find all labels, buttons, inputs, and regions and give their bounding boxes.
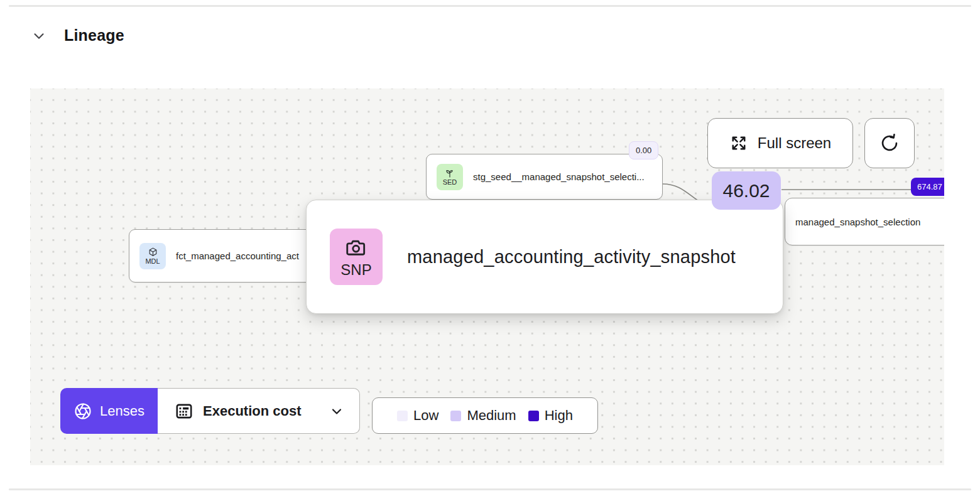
- bottom-divider: [9, 488, 971, 490]
- lens-select-dropdown[interactable]: Execution cost: [158, 388, 360, 434]
- selected-lens-label: Execution cost: [203, 403, 320, 419]
- top-divider: [9, 5, 971, 7]
- seed-type-label: SED: [443, 179, 457, 186]
- snapshot-type-label: SNP: [340, 262, 371, 277]
- cost-badge-medium: 46.02: [712, 171, 781, 210]
- model-type-chip: MDL: [139, 243, 166, 269]
- cost-legend: Low Medium High: [372, 397, 598, 434]
- high-swatch: [528, 411, 539, 421]
- legend-label: High: [545, 407, 573, 424]
- node-title: managed_snapshot_selection: [795, 217, 920, 227]
- lenses-button[interactable]: Lenses: [60, 388, 158, 434]
- cost-badge-high: 674.87: [911, 178, 944, 196]
- section-header: Lineage: [30, 26, 124, 45]
- legend-label: Low: [413, 407, 438, 424]
- seed-type-chip: SED: [437, 164, 463, 190]
- snapshot-type-chip: SNP: [330, 229, 383, 285]
- lenses-label: Lenses: [100, 403, 144, 419]
- medium-swatch: [450, 411, 461, 421]
- expand-icon: [729, 134, 748, 153]
- focus-node-title: managed_accounting_activity_snapshot: [407, 247, 736, 267]
- model-type-label: MDL: [145, 258, 160, 265]
- aperture-icon: [74, 402, 92, 421]
- camera-icon: [344, 236, 368, 260]
- legend-item-low: Low: [397, 407, 438, 424]
- chevron-down-icon: [31, 28, 47, 44]
- lineage-canvas[interactable]: SED stg_seed__managed_snapshot_selecti..…: [30, 89, 944, 465]
- full-screen-button[interactable]: Full screen: [707, 118, 853, 168]
- lineage-page: Lineage SED stg_seed__managed_snapshot_s…: [0, 0, 980, 501]
- full-screen-label: Full screen: [758, 134, 831, 152]
- legend-item-medium: Medium: [450, 407, 516, 424]
- legend-item-high: High: [528, 407, 573, 424]
- lenses-control: Lenses Execution cost: [60, 388, 360, 434]
- seed-icon: [445, 168, 455, 178]
- node-managed-accounting-activity-snapshot[interactable]: SNP managed_accounting_activity_snapshot: [306, 200, 783, 314]
- chevron-down-icon: [329, 404, 344, 419]
- legend-label: Medium: [467, 407, 516, 424]
- page-title: Lineage: [64, 26, 124, 45]
- collapse-section-button[interactable]: [30, 27, 48, 45]
- refresh-button[interactable]: [864, 118, 915, 168]
- cube-icon: [148, 247, 158, 257]
- execution-cost-icon: [174, 401, 194, 421]
- node-managed-snapshot-selection[interactable]: managed_snapshot_selection: [785, 198, 944, 245]
- node-stg-seed[interactable]: SED stg_seed__managed_snapshot_selecti..…: [426, 154, 663, 200]
- low-swatch: [397, 411, 408, 421]
- node-title: stg_seed__managed_snapshot_selecti...: [473, 171, 645, 182]
- node-title: fct_managed_accounting_act: [176, 251, 299, 261]
- refresh-icon: [879, 133, 900, 153]
- cost-badge-low: 0.00: [629, 141, 658, 159]
